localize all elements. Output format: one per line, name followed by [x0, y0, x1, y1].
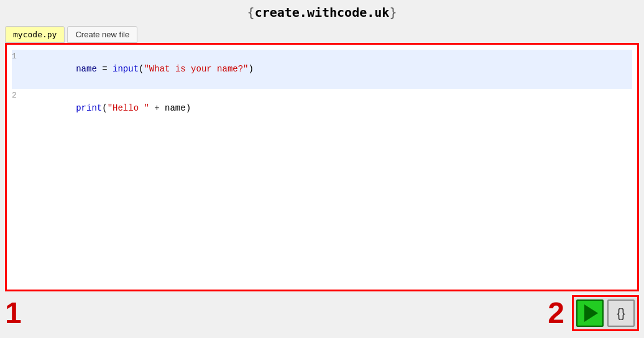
- right-number: 2: [548, 298, 564, 328]
- header-prefix: {: [247, 5, 255, 20]
- code-text-2: print("Hello " + name): [34, 89, 191, 128]
- format-icon: {}: [617, 306, 625, 321]
- play-icon: [584, 304, 598, 322]
- run-format-wrapper: {}: [572, 295, 639, 331]
- line-number-1: 1: [12, 50, 27, 63]
- header-suffix: }: [389, 5, 397, 20]
- code-line-1: 1 name = input("What is your name?"): [12, 50, 632, 89]
- left-number: 1: [5, 298, 22, 328]
- tab-create-new-file[interactable]: Create new file: [67, 26, 137, 43]
- code-text-1: name = input("What is your name?"): [34, 50, 254, 89]
- right-section: 2 {}: [548, 295, 639, 331]
- bottom-bar: 1 2 {}: [0, 291, 644, 335]
- line-number-2: 2: [12, 89, 27, 102]
- tab-mycode[interactable]: mycode.py: [5, 26, 65, 43]
- code-line-2: 2 print("Hello " + name): [12, 89, 632, 128]
- header-domain: create.withcode.uk: [255, 5, 390, 20]
- run-button[interactable]: [576, 299, 604, 327]
- code-area: 1 name = input("What is your name?") 2 p…: [7, 47, 637, 130]
- header: {create.withcode.uk}: [0, 0, 644, 24]
- format-button[interactable]: {}: [607, 299, 635, 327]
- tabs-bar: mycode.py Create new file: [0, 24, 644, 43]
- code-editor[interactable]: 1 name = input("What is your name?") 2 p…: [5, 43, 639, 291]
